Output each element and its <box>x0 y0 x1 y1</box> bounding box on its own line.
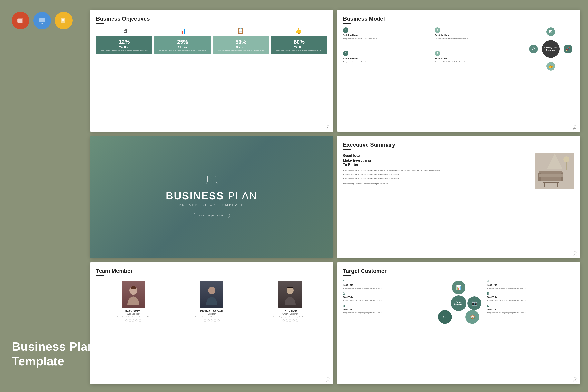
social-dot[interactable] <box>132 320 134 322</box>
model-content: 1 Subtitle Here The placeholder text to … <box>343 28 574 70</box>
model-desc-1: The placeholder text to with be line Lor… <box>343 38 432 40</box>
social-dot[interactable] <box>292 320 294 322</box>
slide2-number: 22 <box>572 125 577 130</box>
obj-bar-2: 25% Title Here Lorem ipsum dolor amet co… <box>154 36 211 54</box>
slide-team-member: Team Member MARY SMITH Web Designer Purp… <box>90 262 333 384</box>
exec-text-2: This is creativity was purposefully desi… <box>343 173 531 176</box>
svg-point-27 <box>564 156 570 162</box>
google-slides-icon[interactable] <box>55 12 72 30</box>
team-member-2: MICHAEL BROWN Designer Purposefully desi… <box>174 281 249 322</box>
objectives-bars: 12% Title Here Lorem ipsum dolor amet co… <box>96 36 327 54</box>
target-desc-1: The placeholder text, beginning design t… <box>343 287 430 289</box>
model-num-2: 2 <box>435 28 440 33</box>
bar2-desc: Lorem ipsum dolor amet consectetur adipi… <box>156 49 209 51</box>
exec-image <box>535 154 574 189</box>
social-dot[interactable] <box>286 320 288 322</box>
slide4-underline <box>343 149 351 150</box>
svg-rect-3 <box>40 18 45 22</box>
bar3-desc: Lorem ipsum dolor amet consectetur adipi… <box>214 49 268 51</box>
team-member-3: JOHN DOE Graphic Designer Purposefully d… <box>253 281 327 322</box>
svg-rect-8 <box>62 20 64 20</box>
target-diagram: TargetCustomer 📊 📷 ⚙ 🏠 <box>435 280 482 327</box>
model-orbit-bottom: 👍 <box>546 62 555 70</box>
target-title-3: Text Title <box>343 308 430 311</box>
cover-laptop-icon <box>206 176 218 187</box>
social-dot[interactable] <box>217 320 220 322</box>
obj-icon-4: 👍 <box>270 28 327 34</box>
slide-executive-summary: Executive Summary Good IdeaMake Everythi… <box>337 136 580 258</box>
member2-role: Designer <box>174 313 249 315</box>
target-center-label: TargetCustomer <box>451 295 466 311</box>
social-dot[interactable] <box>136 320 138 322</box>
model-item-2: 2 Subtitle Here The placeholder text to … <box>435 28 524 48</box>
slides-grid: Business Objectives 🖥 📊 📋 👍 12% Title He… <box>90 10 580 384</box>
cover-title: BUSINESS PLAN <box>166 190 258 202</box>
model-desc-3: The placeholder text to with be line Lor… <box>343 61 432 63</box>
target-num-1: 1 <box>343 280 430 283</box>
model-diagram: Challenge Fact Name here 🖼 🚀 👍 🛡 <box>529 28 572 70</box>
svg-rect-7 <box>62 18 64 19</box>
slide-business-objectives: Business Objectives 🖥 📊 📋 👍 12% Title He… <box>90 10 333 132</box>
social-dot[interactable] <box>129 320 131 322</box>
exec-text-3: This is creativity was purposefully desi… <box>343 178 531 180</box>
member3-desc: Purposefully designed this meaning place… <box>253 316 327 318</box>
exec-right <box>535 154 574 189</box>
target-item-4: 4 Text Title The placeholder text, begin… <box>487 280 574 289</box>
slide5-underline <box>96 275 104 276</box>
model-orbit-right: 🚀 <box>564 45 572 53</box>
svg-rect-22 <box>539 174 562 177</box>
target-num-2: 2 <box>343 292 430 296</box>
obj-icon-2: 📊 <box>154 28 212 34</box>
bar1-title: Title Here <box>98 46 151 48</box>
team-members-row: MARY SMITH Web Designer Purposefully des… <box>96 281 327 322</box>
svg-line-17 <box>216 182 218 184</box>
target-title-4: Text Title <box>487 284 574 286</box>
exec-text-1: This is creativity was purposefully desi… <box>343 169 531 172</box>
model-center-label: Challenge Fact Name here <box>542 40 560 58</box>
member2-name: MICHAEL BROWN <box>174 310 249 313</box>
objectives-icons-row: 🖥 📊 📋 👍 <box>96 28 327 34</box>
member1-social <box>96 320 170 322</box>
model-num-3: 3 <box>343 50 348 56</box>
social-dot[interactable] <box>207 320 210 322</box>
member3-photo-bg <box>278 281 302 308</box>
target-desc-2: The placeholder text, beginning design t… <box>343 299 430 302</box>
powerpoint-icon[interactable]: P <box>12 12 30 30</box>
social-dot[interactable] <box>126 320 128 322</box>
target-num-3: 3 <box>343 304 430 308</box>
bar4-title: Title Here <box>273 46 326 48</box>
cover-title-plan: PLAN <box>228 190 258 202</box>
social-dot[interactable] <box>214 320 216 322</box>
bar4-desc: Lorem ipsum dolor amet consectetur adipi… <box>273 49 326 51</box>
social-dot[interactable] <box>204 320 206 322</box>
main-title-text: Business Plan Template <box>12 339 95 368</box>
target-desc-4: The placeholder text, beginning design t… <box>487 287 574 289</box>
social-dot[interactable] <box>282 320 284 322</box>
social-dot[interactable] <box>289 320 291 322</box>
svg-rect-14 <box>207 176 216 182</box>
social-dot[interactable] <box>296 320 298 322</box>
model-subtitle-3: Subtitle Here <box>343 57 432 60</box>
slide-target-customer: Target Customer 1 Text Title The placeho… <box>337 262 580 384</box>
svg-line-16 <box>206 182 207 184</box>
member2-photo-bg <box>200 281 224 308</box>
social-dot[interactable] <box>139 320 141 322</box>
target-content: 1 Text Title The placeholder text, begin… <box>343 280 574 327</box>
member2-social <box>174 320 249 322</box>
app-icons-container: P <box>12 12 72 30</box>
member1-desc: Purposefully designed this meaning place… <box>96 316 170 318</box>
model-item-3: 3 Subtitle Here The placeholder text to … <box>343 50 432 71</box>
target-num-6: 6 <box>487 304 574 308</box>
main-title: Business Plan Template <box>12 339 95 368</box>
target-petal-bottom-right: 🏠 <box>466 310 479 324</box>
bar4-percent: 80% <box>273 39 326 45</box>
slide1-number: 6 <box>326 125 330 130</box>
model-orbit-top: 🖼 <box>546 28 555 36</box>
member1-photo-bg <box>122 281 145 308</box>
target-left: 1 Text Title The placeholder text, begin… <box>343 280 430 327</box>
keynote-icon[interactable] <box>33 12 51 30</box>
slide5-title: Team Member <box>96 268 327 274</box>
bar2-percent: 25% <box>156 39 209 45</box>
social-dot[interactable] <box>210 320 213 322</box>
team-member-1: MARY SMITH Web Designer Purposefully des… <box>96 281 170 322</box>
